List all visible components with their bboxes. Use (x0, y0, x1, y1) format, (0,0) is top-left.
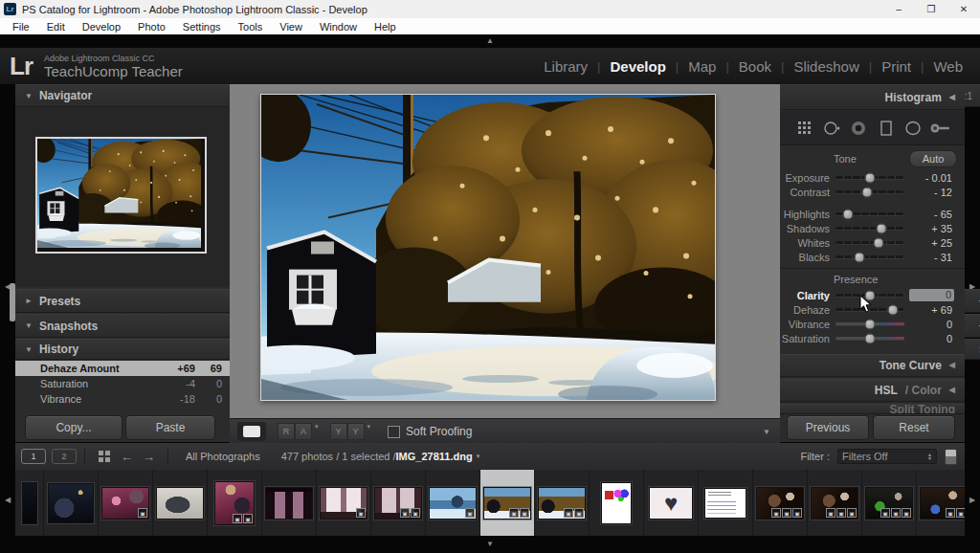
collapse-top-icon[interactable]: ▲ (486, 37, 494, 45)
auto-button[interactable]: Auto (909, 150, 957, 167)
vibrance-value[interactable]: 0 (910, 319, 952, 330)
thumbnail-badge-icon[interactable]: ▣ (902, 508, 911, 518)
split-toning-header[interactable]: Split Toning (780, 404, 965, 414)
filmstrip-scroll-left-icon[interactable]: ◀ (5, 497, 11, 504)
module-book[interactable]: Book (739, 58, 771, 75)
paste-button[interactable]: Paste (125, 415, 215, 440)
previous-photo-icon[interactable]: ← (121, 450, 133, 464)
histogram-header[interactable]: Histogram ◀ (780, 84, 965, 110)
history-item[interactable]: Saturation-40 (15, 376, 230, 391)
dehaze-value[interactable]: + 69 (910, 304, 952, 316)
restore-button[interactable]: ❐ (915, 0, 947, 18)
adjustment-brush-icon[interactable] (928, 117, 951, 140)
module-library[interactable]: Library (544, 58, 588, 75)
navigator-preview[interactable] (35, 137, 207, 254)
navigator-collapse-icon[interactable]: ▼ (25, 92, 33, 100)
shadows-value[interactable]: + 35 (910, 223, 952, 234)
highlights-slider-track[interactable] (835, 212, 904, 215)
previous-button[interactable]: Previous (787, 415, 869, 440)
hsl-color-header[interactable]: HSL / Color ◀ (780, 379, 965, 402)
saturation-slider-track[interactable] (835, 337, 904, 340)
filmstrip-thumbnail[interactable] (699, 470, 753, 536)
clarity-value[interactable]: 0 (909, 289, 954, 301)
filmstrip-thumbnail[interactable]: ▣▣ (208, 470, 262, 536)
shadows-slider-knob[interactable] (877, 223, 887, 233)
exposure-slider-knob[interactable] (865, 172, 876, 183)
menu-edit[interactable]: Edit (38, 21, 74, 33)
spot-removal-icon[interactable] (820, 117, 843, 140)
filmstrip-thumbnail[interactable] (15, 470, 44, 536)
top-panel-strip[interactable]: ▲ (0, 34, 980, 48)
exposure-value[interactable]: - 0.01 (910, 172, 952, 184)
filmstrip-thumbnail[interactable] (590, 470, 644, 536)
main-window-button[interactable]: 1 (21, 449, 46, 464)
whites-value[interactable]: + 25 (910, 237, 952, 249)
filmstrip-thumbnail[interactable]: ▣▣ (371, 470, 426, 536)
thumbnail-badge-icon[interactable]: ▣ (564, 508, 573, 518)
thumbnail-badge-icon[interactable]: ▣ (400, 508, 410, 518)
menu-tools[interactable]: Tools (230, 21, 272, 33)
history-collapse-icon[interactable]: ▼ (25, 345, 33, 354)
soft-proofing-checkbox[interactable] (388, 426, 400, 438)
filmstrip-thumbnail[interactable]: ▣ (317, 470, 371, 536)
thumbnail-badge-icon[interactable]: ▣ (465, 508, 475, 518)
thumbnail-badge-icon[interactable]: ▣ (243, 514, 253, 523)
filmstrip-thumbnail[interactable] (44, 470, 99, 536)
contrast-value[interactable]: - 12 (910, 187, 952, 198)
blacks-slider-track[interactable] (835, 255, 904, 258)
module-print[interactable]: Print (881, 58, 911, 75)
reset-button[interactable]: Reset (873, 415, 955, 440)
thumbnail-badge-icon[interactable]: ▣ (826, 508, 835, 518)
red-eye-icon[interactable] (847, 117, 870, 140)
filmstrip-thumbnail[interactable]: ▣▣▣ (753, 470, 808, 536)
menu-develop[interactable]: Develop (74, 21, 129, 33)
thumbnail-badge-icon[interactable]: ▣ (509, 508, 519, 518)
saturation-slider-knob[interactable] (865, 333, 876, 343)
vibrance-slider-knob[interactable] (865, 319, 876, 329)
thumbnail-badge-icon[interactable]: ▣ (956, 508, 965, 518)
second-window-button[interactable]: 2 (52, 449, 77, 464)
histogram-collapse-icon[interactable]: ◀ (949, 93, 955, 101)
thumbnail-badge-icon[interactable]: ▣ (356, 508, 366, 518)
history-item[interactable]: Vibrance-180 (15, 391, 230, 407)
presets-collapse-icon[interactable]: ► (25, 297, 33, 305)
split-view-button-2[interactable]: Y (347, 423, 365, 440)
filmstrip-thumbnail[interactable]: ▣▣ (480, 470, 535, 536)
loupe-view-button[interactable] (237, 422, 266, 441)
module-map[interactable]: Map (688, 58, 716, 75)
dehaze-slider-knob[interactable] (888, 304, 899, 315)
hsl-collapse-icon[interactable]: ◀ (949, 387, 955, 394)
before-view-button[interactable]: R (278, 423, 295, 440)
filmstrip-scroll-right-icon[interactable]: ▶ (969, 497, 975, 504)
filter-toggle-switch[interactable] (945, 449, 957, 465)
contrast-slider-track[interactable] (835, 190, 904, 193)
split-view-button-1[interactable]: Y (330, 423, 347, 440)
blacks-slider-knob[interactable] (855, 252, 865, 262)
filmstrip-source-dropdown-icon[interactable]: ▾ (477, 453, 480, 460)
thumbnail-badge-icon[interactable]: ▣ (782, 508, 791, 518)
thumbnail-badge-icon[interactable]: ▣ (946, 508, 955, 518)
filmstrip-thumbnail[interactable]: ▣ (99, 470, 153, 536)
thumbnail-badge-icon[interactable]: ▣ (847, 508, 857, 518)
filmstrip-status[interactable]: 477 photos / 1 selected /IMG_27811.dng (281, 451, 473, 462)
toolbar-options-icon[interactable]: ▼ (763, 428, 770, 436)
before-after-dropdown-icon[interactable]: ▾ (315, 423, 319, 440)
menu-window[interactable]: Window (311, 21, 366, 33)
after-view-button[interactable]: A (295, 423, 312, 440)
module-web[interactable]: Web (933, 58, 963, 75)
radial-filter-icon[interactable] (902, 117, 924, 140)
blacks-value[interactable]: - 31 (910, 252, 952, 263)
filmstrip-thumbnail[interactable]: ▣▣ (917, 470, 965, 536)
filter-dropdown[interactable]: Filters Off ▲▼ (837, 449, 937, 464)
filmstrip-thumbnail[interactable]: ▣▣ (535, 470, 590, 536)
graduated-filter-icon[interactable] (875, 117, 898, 140)
copy-button[interactable]: Copy... (25, 415, 122, 440)
module-slideshow[interactable]: Slideshow (793, 58, 858, 75)
collapse-bottom-icon[interactable]: ▼ (486, 541, 494, 548)
exposure-slider-track[interactable] (835, 176, 904, 179)
filmstrip-thumbnail[interactable]: ▣▣▣ (808, 470, 862, 536)
thumbnail-badge-icon[interactable]: ▣ (574, 508, 584, 518)
thumbnail-badge-icon[interactable]: ▣ (233, 514, 242, 523)
menu-file[interactable]: File (4, 21, 38, 33)
highlights-value[interactable]: - 65 (910, 209, 952, 220)
